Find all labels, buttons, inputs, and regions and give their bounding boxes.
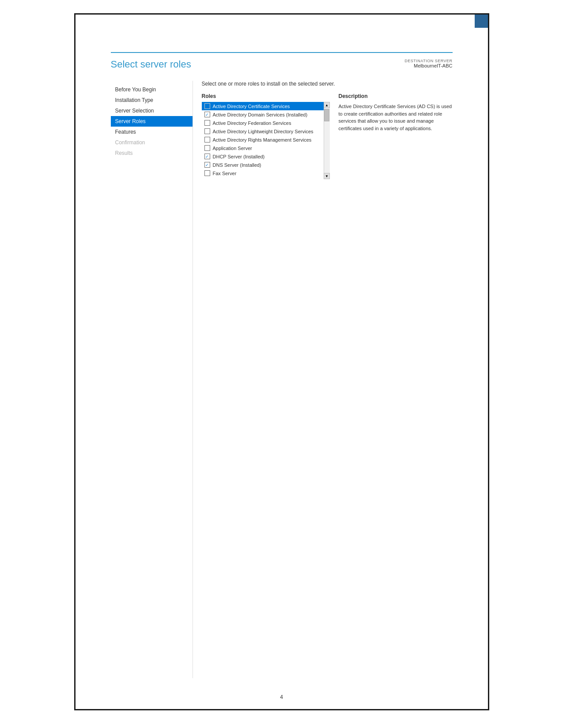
accent-line (111, 52, 453, 53)
description-label: Description (339, 93, 453, 99)
roles-items-area: Active Directory Certificate Services ✓ … (202, 102, 324, 179)
scroll-down-button[interactable]: ▼ (324, 173, 330, 179)
role-label-ad-rights: Active Directory Rights Management Servi… (213, 137, 312, 143)
sidebar-item-before-you-begin[interactable]: Before You Begin (111, 84, 193, 95)
checkbox-ad-domain[interactable]: ✓ (204, 112, 210, 117)
role-label-ad-lightweight: Active Directory Lightweight Directory S… (213, 129, 314, 134)
role-item-ad-lightweight[interactable]: Active Directory Lightweight Directory S… (202, 127, 324, 135)
role-item-ad-cert[interactable]: Active Directory Certificate Services (202, 102, 324, 110)
destination-name: MelbourneIT-ABC (404, 63, 452, 68)
sidebar-item-confirmation: Confirmation (111, 137, 193, 148)
dialog-header: Select server roles DESTINATION SERVER M… (111, 59, 453, 74)
role-label-dhcp: DHCP Server (Installed) (213, 154, 265, 159)
sidebar-item-results: Results (111, 148, 193, 158)
role-label-ad-federation: Active Directory Federation Services (213, 120, 291, 126)
description-panel: Description Active Directory Certificate… (330, 93, 453, 179)
checkbox-dns[interactable]: ✓ (204, 162, 210, 168)
main-content: Select one or more roles to install on t… (193, 81, 453, 678)
role-item-fax[interactable]: Fax Server (202, 169, 324, 177)
checkbox-dhcp[interactable]: ✓ (204, 154, 210, 159)
roles-label: Roles (202, 93, 330, 99)
sidebar-item-server-selection[interactable]: Server Selection (111, 105, 193, 116)
checkbox-app-server[interactable] (204, 145, 210, 151)
roles-scrollbar[interactable]: ▲ ▼ (324, 102, 330, 179)
role-item-ad-rights[interactable]: Active Directory Rights Management Servi… (202, 135, 324, 144)
checkbox-ad-federation[interactable] (204, 120, 210, 126)
role-item-dhcp[interactable]: ✓ DHCP Server (Installed) (202, 152, 324, 161)
roles-section: Roles Active Directory Certificate Servi… (202, 93, 453, 179)
role-label-fax: Fax Server (213, 171, 237, 176)
checkbox-ad-cert[interactable] (204, 103, 210, 109)
role-item-app-server[interactable]: Application Server (202, 144, 324, 152)
checkbox-fax[interactable] (204, 170, 210, 176)
sidebar: Before You Begin Installation Type Serve… (111, 81, 193, 678)
role-label-ad-domain: Active Directory Domain Services (Instal… (213, 112, 308, 117)
destination-server-info: DESTINATION SERVER MelbourneIT-ABC (404, 59, 452, 68)
scroll-up-button[interactable]: ▲ (324, 102, 330, 108)
role-label-dns: DNS Server (Installed) (213, 162, 261, 168)
roles-list-wrapper: Active Directory Certificate Services ✓ … (202, 102, 330, 179)
checkbox-ad-lightweight[interactable] (204, 128, 210, 134)
sidebar-item-server-roles[interactable]: Server Roles (111, 116, 193, 127)
destination-label: DESTINATION SERVER (404, 59, 452, 63)
dialog-container: Select server roles DESTINATION SERVER M… (111, 59, 453, 683)
page-border: Select server roles DESTINATION SERVER M… (74, 13, 489, 710)
role-item-ad-federation[interactable]: Active Directory Federation Services (202, 119, 324, 127)
dialog-title: Select server roles (111, 59, 191, 70)
role-item-ad-domain[interactable]: ✓ Active Directory Domain Services (Inst… (202, 110, 324, 119)
role-label-ad-cert: Active Directory Certificate Services (213, 104, 290, 109)
description-text: Active Directory Certificate Services (A… (339, 103, 453, 132)
top-bar-accent (475, 15, 488, 28)
checkbox-ad-rights[interactable] (204, 137, 210, 143)
page-number: 4 (280, 694, 283, 700)
sidebar-item-features[interactable]: Features (111, 127, 193, 137)
scroll-thumb[interactable] (324, 109, 329, 121)
role-item-dns[interactable]: ✓ DNS Server (Installed) (202, 161, 324, 169)
dialog-body: Before You Begin Installation Type Serve… (111, 81, 453, 678)
instruction-text: Select one or more roles to install on t… (202, 81, 453, 87)
roles-list-container: Roles Active Directory Certificate Servi… (202, 93, 330, 179)
role-label-app-server: Application Server (213, 146, 252, 151)
sidebar-item-installation-type[interactable]: Installation Type (111, 95, 193, 105)
